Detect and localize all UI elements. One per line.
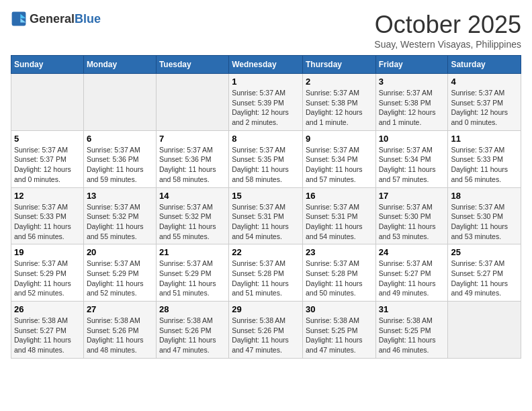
day-info: Sunrise: 5:37 AMSunset: 5:29 PMDaylight:…: [159, 259, 226, 298]
calendar-cell: 31Sunrise: 5:38 AMSunset: 5:25 PMDayligh…: [375, 302, 448, 359]
day-number: 17: [379, 191, 445, 201]
calendar-cell: 2Sunrise: 5:37 AMSunset: 5:38 PMDaylight…: [302, 74, 375, 131]
day-info: Sunrise: 5:37 AMSunset: 5:33 PMDaylight:…: [14, 202, 81, 242]
calendar-cell: 1Sunrise: 5:37 AMSunset: 5:39 PMDaylight…: [229, 74, 303, 131]
day-info: Sunrise: 5:37 AMSunset: 5:30 PMDaylight:…: [451, 202, 518, 242]
calendar-header: SundayMondayTuesdayWednesdayThursdayFrid…: [11, 56, 521, 74]
day-number: 13: [87, 191, 153, 201]
day-info: Sunrise: 5:37 AMSunset: 5:36 PMDaylight:…: [87, 145, 153, 185]
day-info: Sunrise: 5:37 AMSunset: 5:38 PMDaylight:…: [379, 88, 445, 128]
day-info: Sunrise: 5:37 AMSunset: 5:32 PMDaylight:…: [159, 202, 226, 242]
calendar-cell: 4Sunrise: 5:37 AMSunset: 5:37 PMDaylight…: [448, 74, 521, 131]
day-info: Sunrise: 5:37 AMSunset: 5:38 PMDaylight:…: [306, 88, 373, 128]
day-info: Sunrise: 5:37 AMSunset: 5:36 PMDaylight:…: [159, 145, 226, 185]
day-info: Sunrise: 5:38 AMSunset: 5:26 PMDaylight:…: [159, 316, 226, 355]
day-number: 11: [451, 134, 518, 144]
day-info: Sunrise: 5:38 AMSunset: 5:27 PMDaylight:…: [14, 316, 81, 355]
calendar-cell: 3Sunrise: 5:37 AMSunset: 5:38 PMDaylight…: [375, 74, 448, 131]
day-info: Sunrise: 5:37 AMSunset: 5:27 PMDaylight:…: [379, 259, 445, 298]
calendar-cell: 22Sunrise: 5:37 AMSunset: 5:28 PMDayligh…: [229, 244, 303, 302]
day-number: 21: [159, 247, 226, 257]
calendar-cell: 26Sunrise: 5:38 AMSunset: 5:27 PMDayligh…: [11, 302, 84, 359]
logo-icon: [11, 11, 27, 27]
calendar-cell: 21Sunrise: 5:37 AMSunset: 5:29 PMDayligh…: [156, 244, 228, 302]
calendar-cell: 19Sunrise: 5:37 AMSunset: 5:29 PMDayligh…: [11, 244, 84, 302]
day-info: Sunrise: 5:38 AMSunset: 5:26 PMDaylight:…: [87, 316, 153, 355]
day-number: 9: [306, 134, 373, 144]
day-number: 31: [379, 304, 445, 314]
weekday-header-saturday: Saturday: [448, 56, 521, 74]
calendar-cell: 30Sunrise: 5:38 AMSunset: 5:25 PMDayligh…: [302, 302, 375, 359]
day-number: 19: [14, 247, 81, 257]
calendar-cell: 13Sunrise: 5:37 AMSunset: 5:32 PMDayligh…: [83, 187, 156, 244]
logo-blue: Blue: [75, 12, 101, 26]
weekday-header-wednesday: Wednesday: [229, 56, 303, 74]
day-info: Sunrise: 5:37 AMSunset: 5:37 PMDaylight:…: [451, 88, 518, 128]
calendar-cell: 24Sunrise: 5:37 AMSunset: 5:27 PMDayligh…: [375, 244, 448, 302]
day-number: 7: [159, 134, 226, 144]
calendar-cell: 5Sunrise: 5:37 AMSunset: 5:37 PMDaylight…: [11, 130, 84, 187]
calendar-cell: 29Sunrise: 5:38 AMSunset: 5:26 PMDayligh…: [229, 302, 303, 359]
calendar-table: SundayMondayTuesdayWednesdayThursdayFrid…: [11, 55, 521, 359]
day-number: 2: [306, 77, 373, 87]
calendar-cell: 18Sunrise: 5:37 AMSunset: 5:30 PMDayligh…: [448, 187, 521, 244]
page-header: GeneralBlue October 2025 Suay, Western V…: [11, 11, 521, 50]
day-info: Sunrise: 5:38 AMSunset: 5:25 PMDaylight:…: [306, 316, 373, 355]
calendar-cell: 6Sunrise: 5:37 AMSunset: 5:36 PMDaylight…: [83, 130, 156, 187]
calendar-cell: 9Sunrise: 5:37 AMSunset: 5:34 PMDaylight…: [302, 130, 375, 187]
calendar-cell: 7Sunrise: 5:37 AMSunset: 5:36 PMDaylight…: [156, 130, 228, 187]
weekday-header-sunday: Sunday: [11, 56, 84, 74]
day-info: Sunrise: 5:37 AMSunset: 5:29 PMDaylight:…: [87, 259, 153, 298]
weekday-header-thursday: Thursday: [302, 56, 375, 74]
day-number: 8: [232, 134, 300, 144]
day-number: 3: [379, 77, 445, 87]
day-info: Sunrise: 5:38 AMSunset: 5:26 PMDaylight:…: [232, 316, 300, 355]
day-number: 14: [159, 191, 226, 201]
day-info: Sunrise: 5:38 AMSunset: 5:25 PMDaylight:…: [379, 316, 445, 355]
day-number: 4: [451, 77, 518, 87]
day-number: 1: [232, 77, 300, 87]
calendar-cell: [83, 74, 156, 131]
month-title: October 2025: [374, 11, 521, 39]
svg-rect-0: [12, 12, 26, 26]
day-info: Sunrise: 5:37 AMSunset: 5:37 PMDaylight:…: [14, 145, 81, 185]
day-number: 28: [159, 304, 226, 314]
calendar-cell: 25Sunrise: 5:37 AMSunset: 5:27 PMDayligh…: [448, 244, 521, 302]
calendar-cell: 12Sunrise: 5:37 AMSunset: 5:33 PMDayligh…: [11, 187, 84, 244]
day-number: 20: [87, 247, 153, 257]
location: Suay, Western Visayas, Philippines: [374, 39, 521, 50]
day-info: Sunrise: 5:37 AMSunset: 5:28 PMDaylight:…: [232, 259, 300, 298]
calendar-week-2: 5Sunrise: 5:37 AMSunset: 5:37 PMDaylight…: [11, 130, 521, 187]
calendar-cell: 23Sunrise: 5:37 AMSunset: 5:28 PMDayligh…: [302, 244, 375, 302]
calendar-body: 1Sunrise: 5:37 AMSunset: 5:39 PMDaylight…: [11, 74, 521, 359]
day-info: Sunrise: 5:37 AMSunset: 5:34 PMDaylight:…: [306, 145, 373, 185]
day-number: 6: [87, 134, 153, 144]
weekday-header-monday: Monday: [83, 56, 156, 74]
calendar-cell: 10Sunrise: 5:37 AMSunset: 5:34 PMDayligh…: [375, 130, 448, 187]
day-number: 12: [14, 191, 81, 201]
day-info: Sunrise: 5:37 AMSunset: 5:34 PMDaylight:…: [379, 145, 445, 185]
day-number: 29: [232, 304, 300, 314]
calendar-week-4: 19Sunrise: 5:37 AMSunset: 5:29 PMDayligh…: [11, 244, 521, 302]
weekday-header-tuesday: Tuesday: [156, 56, 228, 74]
day-number: 18: [451, 191, 518, 201]
calendar-cell: 20Sunrise: 5:37 AMSunset: 5:29 PMDayligh…: [83, 244, 156, 302]
calendar-cell: [448, 302, 521, 359]
day-info: Sunrise: 5:37 AMSunset: 5:31 PMDaylight:…: [306, 202, 373, 242]
day-number: 22: [232, 247, 300, 257]
day-number: 25: [451, 247, 518, 257]
calendar-cell: 16Sunrise: 5:37 AMSunset: 5:31 PMDayligh…: [302, 187, 375, 244]
day-number: 15: [232, 191, 300, 201]
day-info: Sunrise: 5:37 AMSunset: 5:31 PMDaylight:…: [232, 202, 300, 242]
day-number: 23: [306, 247, 373, 257]
calendar-cell: 27Sunrise: 5:38 AMSunset: 5:26 PMDayligh…: [83, 302, 156, 359]
calendar-cell: 14Sunrise: 5:37 AMSunset: 5:32 PMDayligh…: [156, 187, 228, 244]
calendar-week-5: 26Sunrise: 5:38 AMSunset: 5:27 PMDayligh…: [11, 302, 521, 359]
day-info: Sunrise: 5:37 AMSunset: 5:39 PMDaylight:…: [232, 88, 300, 128]
calendar-cell: 28Sunrise: 5:38 AMSunset: 5:26 PMDayligh…: [156, 302, 228, 359]
calendar-cell: [11, 74, 84, 131]
day-info: Sunrise: 5:37 AMSunset: 5:27 PMDaylight:…: [451, 259, 518, 298]
day-number: 27: [87, 304, 153, 314]
calendar-cell: 15Sunrise: 5:37 AMSunset: 5:31 PMDayligh…: [229, 187, 303, 244]
calendar-cell: 17Sunrise: 5:37 AMSunset: 5:30 PMDayligh…: [375, 187, 448, 244]
